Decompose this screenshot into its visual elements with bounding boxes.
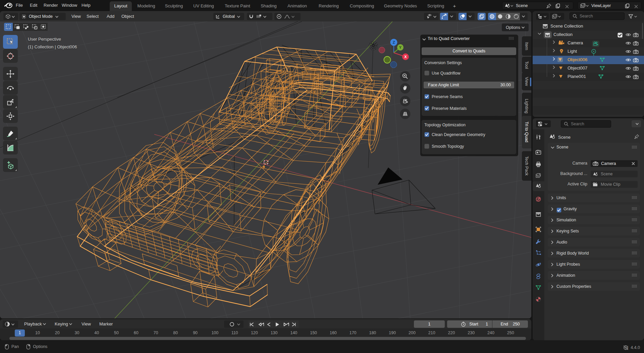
svg-text:X: X [404,55,407,59]
svg-text:Z: Z [393,40,395,44]
svg-text:Y: Y [399,45,402,49]
